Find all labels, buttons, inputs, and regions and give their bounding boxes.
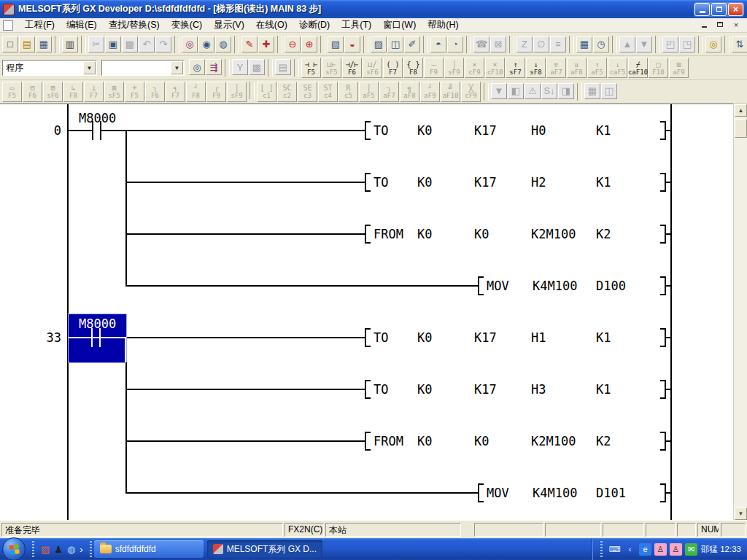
instruction-arg[interactable]: K17	[474, 124, 497, 137]
line-disconnect-button[interactable]: ⊠	[490, 36, 506, 52]
ladder-insert-button[interactable]: ✚	[258, 36, 274, 52]
paste-button[interactable]: ▩	[122, 36, 138, 52]
ie-launch-icon[interactable]: ◍	[67, 545, 75, 554]
instruction-arg[interactable]: K2M100	[531, 228, 576, 241]
instruction-arg[interactable]: K0	[417, 176, 432, 189]
instruction-op[interactable]: TO	[374, 331, 388, 344]
taskbar-grip[interactable]	[90, 541, 92, 557]
sfc-corner-af7[interactable]: ┐aF7	[379, 82, 399, 102]
instruction-arg[interactable]: H0	[531, 124, 546, 137]
instruction-arg[interactable]: K17	[474, 383, 497, 396]
instruction-op[interactable]: MOV	[487, 279, 509, 292]
keyboard-tray-icon[interactable]: ⌨	[608, 543, 621, 556]
block-select-combo[interactable]: ▼	[101, 60, 185, 76]
instruction-arg[interactable]: K17	[474, 176, 497, 189]
monitor-find-button[interactable]: ◓	[430, 36, 446, 52]
sfc-step-number-button[interactable]: S↓	[541, 83, 557, 99]
sfc-error-check-button[interactable]: ⚠	[525, 83, 541, 99]
combo-dropdown-icon[interactable]: ▼	[83, 61, 96, 74]
sfc-block-list-button[interactable]: ◨	[558, 83, 574, 99]
instruction-arg[interactable]: K0	[417, 331, 432, 344]
program-list-button[interactable]: ▤	[275, 59, 291, 75]
sfc-st-c4[interactable]: STc4	[318, 82, 338, 102]
instruction-op[interactable]: FROM	[374, 228, 403, 241]
sfc-end-step[interactable]: ⊥F7	[84, 82, 104, 102]
undo-button[interactable]: ↶	[139, 36, 155, 52]
instruction-arg[interactable]: K17	[474, 331, 497, 344]
instruction-arg[interactable]: K1	[596, 383, 611, 396]
ladder-edit-area[interactable]: 0 M8000 TO K0 K17 H0 K1 TO K0 K17 H2 K1 …	[0, 104, 733, 520]
device-test-button[interactable]: Y	[232, 59, 248, 75]
menu-edit[interactable]: 编辑(E)	[61, 18, 103, 33]
display-zoom-button[interactable]: ◒	[344, 36, 360, 52]
instruction-arg[interactable]: K0	[417, 124, 432, 137]
fkey-open-contact-parallel[interactable]: ⊔⊢sF5	[322, 58, 341, 78]
sfc-tree-button[interactable]: ◫	[601, 83, 617, 99]
data-edit-button[interactable]: ≡	[550, 36, 566, 52]
telephone-line-button[interactable]: ☎	[473, 36, 489, 52]
taskbar-button-folder[interactable]: sfdfdfdfdfd	[94, 540, 204, 558]
sfc-corner-d[interactable]: ┌F9	[206, 82, 226, 102]
vertical-scrollbar[interactable]: ▲ ▼	[733, 104, 747, 520]
menu-view[interactable]: 显示(V)	[208, 18, 250, 33]
zoom-in-button[interactable]: ⊕	[301, 36, 317, 52]
selected-contact-cell[interactable]: M8000	[68, 314, 127, 363]
collapse-chevron-icon[interactable]: ‹	[624, 543, 636, 556]
sfc-corner-af9[interactable]: ┘aF9	[420, 82, 440, 102]
quick-launch-grip[interactable]	[32, 541, 34, 557]
fkey-application-instruction[interactable]: { }F8	[403, 58, 423, 78]
instruction-op[interactable]: TO	[374, 176, 388, 189]
fkey-coil[interactable]: ( )F7	[383, 58, 403, 78]
sfc-se-c3[interactable]: SEc3	[298, 82, 317, 102]
instruction-arg[interactable]: K2	[596, 228, 611, 241]
qq-tray-icon-1[interactable]: ♙	[654, 543, 667, 556]
instruction-arg[interactable]: H1	[531, 331, 546, 344]
minimize-button[interactable]	[694, 3, 710, 16]
fkey-down-line[interactable]: ↓caF5	[608, 58, 627, 78]
instruction-arg[interactable]: K0	[417, 435, 432, 448]
window-cascade-button[interactable]: ◳	[679, 36, 695, 52]
scrollbar-up-button[interactable]: ▲	[735, 104, 747, 117]
fkey-falling-pulse[interactable]: ↓sF8	[526, 58, 546, 78]
menu-project[interactable]: 工程(F)	[19, 18, 61, 33]
copy-button[interactable]: ▣	[105, 36, 121, 52]
new-project-button[interactable]: □	[2, 36, 18, 52]
monitor-updown-button[interactable]: ⇅	[732, 36, 747, 52]
statement-edit-button[interactable]: ✐	[404, 36, 420, 52]
sfc-corner-c[interactable]: ┘F8	[186, 82, 206, 102]
special-find-button[interactable]: ◎	[705, 36, 721, 52]
clock-setting-button[interactable]: ◷	[593, 36, 609, 52]
qq-launch-icon[interactable]: ♟	[54, 545, 63, 554]
instruction-arg[interactable]: K2	[596, 435, 611, 448]
cut-button[interactable]: ✂	[88, 36, 104, 52]
fkey-rising-pulse-parallel[interactable]: ⇈aF7	[546, 58, 566, 78]
project-data-list-button[interactable]: ▧	[328, 36, 344, 52]
find-button[interactable]: ◎	[182, 36, 198, 52]
fkey-closed-contact[interactable]: ⊣/⊢F6	[342, 58, 362, 78]
sfc-delete-cf9[interactable]: ╳cF9	[461, 82, 481, 102]
mdi-restore-button[interactable]	[715, 20, 725, 29]
sfc-step[interactable]: ▭F5	[2, 82, 22, 102]
sfc-block-step[interactable]: ⊟F6	[23, 82, 42, 102]
sfc-step-down-button[interactable]: ▼	[491, 83, 507, 99]
device-batch-off-button[interactable]: ▩	[249, 59, 265, 75]
find-device-button[interactable]: ◍	[215, 36, 231, 52]
fkey-pulse-contact[interactable]: □F10	[649, 58, 668, 78]
chevron-right-icon[interactable]: ›	[80, 545, 82, 554]
start-button[interactable]	[2, 537, 26, 560]
menu-diagnostics[interactable]: 诊断(D)	[293, 18, 336, 33]
instruction-arg[interactable]: K0	[417, 228, 432, 241]
close-button[interactable]: ×	[728, 3, 743, 16]
fkey-closed-contact-parallel[interactable]: ⊔/sF6	[363, 58, 382, 78]
instruction-arg[interactable]: D101	[596, 486, 626, 499]
fkey-up-line[interactable]: ↑aF5	[587, 58, 607, 78]
instruction-arg[interactable]: K4M100	[533, 486, 577, 499]
sfc-grid-button[interactable]: ▦	[584, 83, 600, 99]
sfc-corner-af10[interactable]: ╝aF10	[441, 82, 460, 102]
nop-delete-button[interactable]: ∅	[533, 36, 549, 52]
fkey-delete-vline[interactable]: ⨯cF10	[485, 58, 505, 78]
data-type-combo[interactable]: 程序 ▼	[2, 60, 97, 76]
scrollbar-down-button[interactable]: ▼	[735, 508, 747, 520]
show-desktop-icon[interactable]: ▨	[41, 545, 50, 554]
qq-tray-icon-2[interactable]: ♙	[670, 543, 682, 556]
